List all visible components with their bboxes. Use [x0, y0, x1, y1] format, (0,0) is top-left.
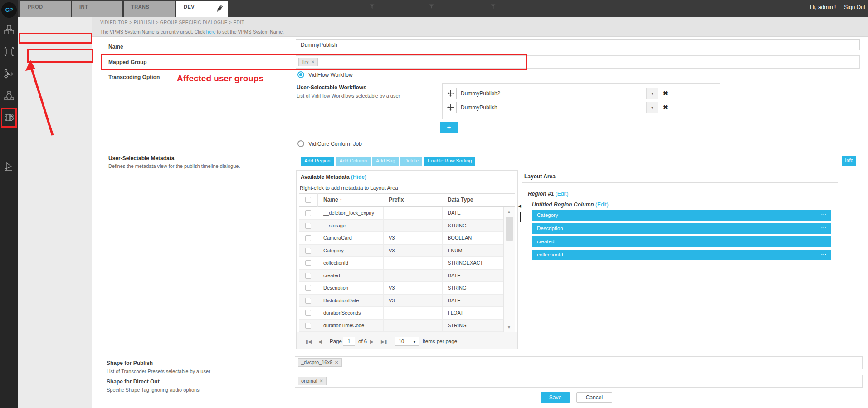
name-filter-icon[interactable]: [370, 4, 375, 9]
remove-tag-icon[interactable]: ✕: [311, 59, 314, 64]
shape-publish-label: Shape for Publish: [107, 360, 153, 366]
mapped-group-field[interactable]: [296, 55, 860, 69]
row-checkbox[interactable]: [305, 285, 311, 291]
video-editor-icon[interactable]: [4, 112, 15, 123]
delete-button[interactable]: Delete: [400, 157, 422, 166]
scroll-thumb[interactable]: [506, 217, 513, 241]
chevron-down-icon[interactable]: ▼: [646, 88, 658, 99]
move-handle-icon[interactable]: [447, 90, 454, 97]
layout-field-description[interactable]: Description...: [532, 223, 831, 234]
next-page-button[interactable]: ▶: [370, 339, 374, 344]
field-options-icon[interactable]: ...: [821, 224, 827, 229]
column-header-datatype[interactable]: Data Type: [442, 193, 503, 207]
select-all-checkbox[interactable]: [305, 197, 311, 203]
cell-name: created: [323, 273, 340, 278]
table-row[interactable]: __storageSTRING: [299, 220, 503, 232]
tab-prod[interactable]: PROD: [20, 1, 71, 17]
row-checkbox[interactable]: [305, 310, 311, 316]
workflow-dropdown[interactable]: DummyPublish▼: [456, 102, 658, 113]
field-options-icon[interactable]: ...: [821, 237, 827, 242]
tab-trans[interactable]: TRANS: [124, 1, 175, 17]
column-header-prefix[interactable]: Prefix: [383, 193, 442, 207]
add-bag-button[interactable]: Add Bag: [372, 157, 399, 166]
save-button[interactable]: Save: [541, 392, 570, 403]
remove-workflow-icon[interactable]: ✖: [663, 90, 668, 97]
row-checkbox[interactable]: [305, 248, 311, 254]
avatar[interactable]: CP: [1, 2, 17, 18]
datatype-filter-icon[interactable]: [491, 4, 496, 9]
export-tool-icon[interactable]: [4, 161, 15, 172]
plug-icon[interactable]: [215, 4, 224, 13]
workflow-dropdown-value: DummyPublish2: [461, 90, 500, 97]
page-input[interactable]: 1: [343, 337, 355, 346]
sign-out-link[interactable]: Sign Out: [844, 4, 865, 10]
shape-direct-field[interactable]: [295, 375, 863, 388]
last-page-button[interactable]: ▶▮: [381, 339, 387, 344]
prefix-filter-icon[interactable]: [429, 4, 434, 9]
workflow-routing-icon[interactable]: [4, 68, 15, 79]
user-area: Hi, admin !Sign Out: [802, 4, 865, 10]
remove-tag-icon[interactable]: ✕: [335, 360, 338, 365]
table-row[interactable]: CategoryV3ENUM: [299, 245, 503, 257]
row-checkbox[interactable]: [305, 235, 311, 241]
first-page-button[interactable]: ▮◀: [306, 339, 312, 344]
row-checkbox[interactable]: [305, 260, 311, 266]
table-row[interactable]: createdDATE: [299, 270, 503, 282]
table-row[interactable]: DescriptionV3STRING: [299, 282, 503, 295]
table-row[interactable]: CameraCardV3BOOLEAN: [299, 232, 503, 245]
modules-icon[interactable]: [4, 25, 15, 35]
cancel-button[interactable]: Cancel: [576, 392, 612, 403]
automation-icon[interactable]: [4, 46, 15, 57]
table-row[interactable]: collectionIdSTRINGEXACT: [299, 257, 503, 270]
field-options-icon[interactable]: ...: [821, 211, 827, 216]
splitter-handle[interactable]: [520, 212, 521, 222]
info-button[interactable]: Info: [842, 156, 856, 166]
table-row[interactable]: durationTimeCodeSTRING: [299, 320, 503, 332]
column-header-name[interactable]: Name ↑: [318, 193, 383, 207]
layout-field-collectionid[interactable]: collectionId...: [532, 250, 831, 260]
move-handle-icon[interactable]: [447, 104, 454, 111]
row-checkbox[interactable]: [305, 223, 311, 229]
table-row[interactable]: __deletion_lock_expiryDATE: [299, 207, 503, 220]
row-checkbox[interactable]: [305, 210, 311, 216]
tab-int[interactable]: INT: [72, 1, 122, 17]
metadata-desc: Defines the metadata view for the publis…: [108, 163, 240, 169]
add-column-button[interactable]: Add Column: [336, 157, 371, 166]
lifecycle-icon[interactable]: [4, 90, 15, 101]
prev-page-button[interactable]: ◀: [318, 339, 322, 344]
cell-datatype: FLOAT: [448, 310, 463, 315]
layout-field-category[interactable]: Category...: [532, 210, 831, 221]
vidicore-conform-radio[interactable]: [297, 140, 304, 147]
layout-field-created[interactable]: created...: [532, 236, 831, 247]
cell-name: Description: [323, 285, 348, 290]
metadata-table-header: Name ↑ Prefix Data Type: [299, 193, 515, 207]
table-scrollbar[interactable]: ▲ ▼: [503, 207, 515, 332]
add-workflow-button[interactable]: +: [440, 122, 458, 133]
chevron-down-icon[interactable]: ▼: [646, 102, 658, 113]
shape-direct-tag: original✕: [298, 377, 327, 385]
workflow-dropdown[interactable]: DummyPublish2▼: [456, 88, 658, 99]
remove-workflow-icon[interactable]: ✖: [663, 104, 668, 111]
row-checkbox[interactable]: [305, 273, 311, 279]
scroll-down-icon[interactable]: ▼: [507, 325, 511, 329]
table-row[interactable]: durationSecondsFLOAT: [299, 307, 503, 320]
row-checkbox[interactable]: [305, 298, 311, 304]
scroll-up-icon[interactable]: ▲: [507, 210, 511, 214]
add-region-button[interactable]: Add Region: [301, 157, 334, 166]
splitter-collapse-icon[interactable]: ◀: [518, 204, 521, 208]
vidiflow-workflow-radio[interactable]: [297, 71, 304, 78]
table-row[interactable]: DistributionDateV3DATE: [299, 295, 503, 307]
items-per-page-select[interactable]: 10▼: [395, 337, 419, 346]
row-checkbox[interactable]: [305, 323, 311, 329]
field-options-icon[interactable]: ...: [821, 250, 827, 256]
name-input[interactable]: DummyPublish: [296, 39, 860, 50]
layout-field-label: collectionId: [537, 252, 563, 257]
column-edit-link[interactable]: (Edit): [595, 202, 609, 208]
mapped-group-tag: Try✕: [298, 58, 318, 66]
hide-link[interactable]: (Hide): [351, 174, 366, 180]
shape-publish-field[interactable]: [295, 356, 863, 369]
region-edit-link[interactable]: (Edit): [556, 191, 569, 197]
vpms-here-link[interactable]: here: [206, 29, 215, 34]
enable-row-sorting-button[interactable]: Enable Row Sorting: [424, 157, 475, 166]
remove-tag-icon[interactable]: ✕: [319, 379, 323, 383]
